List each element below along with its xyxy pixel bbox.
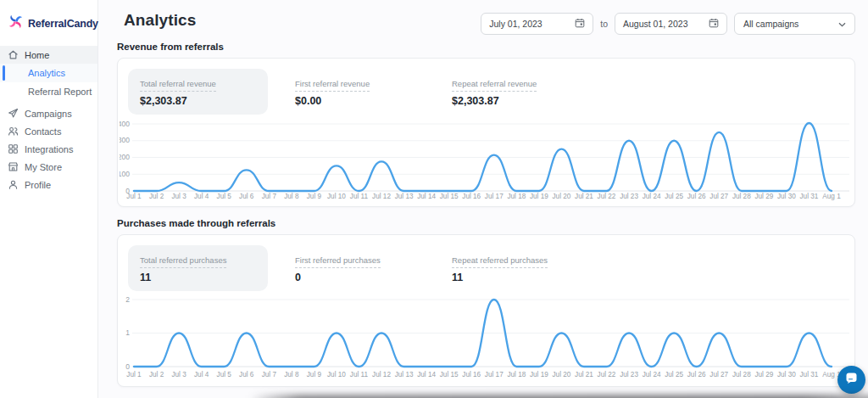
stat-label: Repeat referral revenue [452, 79, 537, 92]
sidebar-item-label: My Store [25, 162, 62, 172]
svg-text:Jul 29: Jul 29 [754, 193, 773, 200]
svg-text:Jul 2: Jul 2 [149, 371, 164, 378]
svg-text:Jul 28: Jul 28 [732, 371, 751, 378]
svg-text:Jul 13: Jul 13 [395, 371, 414, 378]
stat-first-referred-purchases[interactable]: First referred purchases 0 [293, 245, 425, 283]
sidebar-item-contacts[interactable]: Contacts [0, 122, 97, 140]
svg-text:Jul 5: Jul 5 [217, 371, 232, 378]
svg-text:Jul 21: Jul 21 [575, 371, 593, 378]
sidebar-item-analytics[interactable]: Analytics [0, 64, 97, 82]
main-content: Analytics July 01, 2023 to August 01, 20… [98, 0, 868, 398]
stat-value: $2,303.87 [140, 95, 256, 107]
svg-text:Jul 1: Jul 1 [126, 371, 142, 378]
svg-text:Jul 20: Jul 20 [552, 193, 570, 200]
sidebar-item-label: Contacts [25, 126, 61, 137]
svg-text:Jul 12: Jul 12 [372, 371, 391, 378]
stat-label: Repeat referred purchases [452, 255, 548, 268]
purchases-chart: 012Jul 1Jul 2Jul 3Jul 4Jul 5Jul 6Jul 7Ju… [120, 286, 853, 381]
svg-text:Jul 13: Jul 13 [395, 193, 414, 200]
date-from-value: July 01, 2023 [489, 19, 542, 29]
date-to-input[interactable]: August 01, 2023 [615, 13, 727, 35]
stat-value: $0.00 [295, 95, 423, 107]
sidebar-item-label: Home [25, 50, 49, 60]
campaign-select-value: All campaigns [743, 19, 798, 29]
people-icon [8, 126, 19, 137]
revenue-referrals-card: Total referral revenue $2,303.87 First r… [117, 58, 855, 207]
sidebar-item-label: Referral Report [28, 87, 92, 97]
svg-text:Jul 22: Jul 22 [598, 371, 616, 378]
stat-label: First referred purchases [295, 255, 381, 268]
svg-text:Jul 4: Jul 4 [194, 193, 209, 200]
svg-text:Jul 3: Jul 3 [171, 371, 186, 378]
svg-text:400: 400 [120, 120, 130, 128]
svg-text:Jul 14: Jul 14 [417, 371, 436, 378]
svg-text:Jul 18: Jul 18 [507, 371, 526, 378]
svg-text:Jul 7: Jul 7 [262, 193, 277, 200]
svg-text:Jul 15: Jul 15 [440, 371, 459, 378]
sidebar-item-my-store[interactable]: My Store [0, 158, 97, 176]
stat-label: Total referred purchases [140, 255, 226, 268]
stat-total-referred-purchases[interactable]: Total referred purchases 11 [128, 245, 268, 291]
svg-text:Jul 6: Jul 6 [239, 193, 254, 200]
calendar-icon [709, 18, 719, 30]
svg-text:Jul 26: Jul 26 [687, 371, 706, 378]
svg-text:Jul 27: Jul 27 [709, 193, 728, 200]
svg-text:Jul 27: Jul 27 [709, 371, 728, 378]
brand-logo[interactable]: ReferralCandy [0, 0, 97, 46]
sidebar-item-label: Profile [25, 180, 51, 190]
date-range-to-label: to [600, 19, 608, 29]
svg-text:100: 100 [120, 170, 130, 178]
svg-text:Aug 1: Aug 1 [822, 193, 841, 200]
svg-text:Jul 14: Jul 14 [417, 193, 436, 200]
svg-text:Jul 18: Jul 18 [507, 193, 526, 200]
date-to-value: August 01, 2023 [623, 19, 687, 29]
stat-first-referral-revenue[interactable]: First referral revenue $0.00 [293, 69, 425, 107]
stat-total-referral-revenue[interactable]: Total referral revenue $2,303.87 [128, 69, 268, 115]
svg-text:0: 0 [125, 362, 130, 371]
chat-launcher-button[interactable] [837, 366, 865, 394]
svg-text:Jul 1: Jul 1 [126, 193, 142, 200]
paper-plane-icon [8, 108, 19, 119]
svg-text:Jul 24: Jul 24 [643, 371, 661, 378]
svg-text:Jul 17: Jul 17 [485, 371, 504, 378]
svg-text:Jul 16: Jul 16 [462, 193, 481, 200]
svg-text:Jul 8: Jul 8 [284, 193, 299, 200]
sidebar: ReferralCandy Home Analytics Referral Re… [0, 0, 98, 398]
brand-name: ReferralCandy [28, 18, 98, 30]
sidebar-nav: Home Analytics Referral Report Campaigns [0, 46, 97, 193]
svg-text:2: 2 [125, 295, 130, 304]
active-indicator-bar [3, 65, 5, 81]
stat-value: 11 [452, 272, 548, 283]
date-from-input[interactable]: July 01, 2023 [481, 13, 593, 35]
section-heading-revenue-referrals: Revenue from referrals [117, 42, 855, 52]
sidebar-item-profile[interactable]: Profile [0, 176, 97, 193]
svg-text:Jul 31: Jul 31 [800, 193, 819, 200]
sidebar-item-referral-report[interactable]: Referral Report [0, 82, 97, 101]
campaign-select[interactable]: All campaigns [734, 13, 855, 35]
svg-text:Jul 12: Jul 12 [372, 193, 391, 200]
sidebar-item-integrations[interactable]: Integrations [0, 140, 97, 158]
purchases-card: Total referred purchases 11 First referr… [117, 234, 855, 387]
svg-text:Jul 9: Jul 9 [307, 371, 322, 378]
sidebar-item-campaigns[interactable]: Campaigns [0, 104, 97, 122]
svg-text:Jul 24: Jul 24 [643, 193, 661, 200]
app-root: ReferralCandy Home Analytics Referral Re… [0, 0, 868, 398]
svg-text:Jul 7: Jul 7 [262, 371, 277, 378]
chat-bubble-icon [844, 371, 859, 389]
svg-text:Jul 10: Jul 10 [327, 371, 346, 378]
svg-text:Jul 11: Jul 11 [350, 193, 369, 200]
section-heading-purchases: Purchases made through referrals [117, 218, 855, 228]
svg-text:Jul 11: Jul 11 [350, 371, 369, 378]
topbar: Analytics July 01, 2023 to August 01, 20… [117, 0, 855, 39]
stat-label: First referral revenue [295, 79, 370, 92]
svg-text:Jul 26: Jul 26 [687, 193, 706, 200]
revenue-stats-row: Total referral revenue $2,303.87 First r… [128, 69, 844, 106]
svg-text:Jul 6: Jul 6 [239, 371, 254, 378]
svg-text:Jul 19: Jul 19 [530, 193, 548, 200]
svg-text:Jul 22: Jul 22 [598, 193, 616, 200]
svg-text:200: 200 [120, 153, 130, 161]
stat-repeat-referred-purchases[interactable]: Repeat referred purchases 11 [450, 245, 549, 283]
svg-text:Jul 15: Jul 15 [440, 193, 459, 200]
stat-repeat-referral-revenue[interactable]: Repeat referral revenue $2,303.87 [450, 69, 538, 107]
sidebar-item-home[interactable]: Home [0, 46, 97, 64]
